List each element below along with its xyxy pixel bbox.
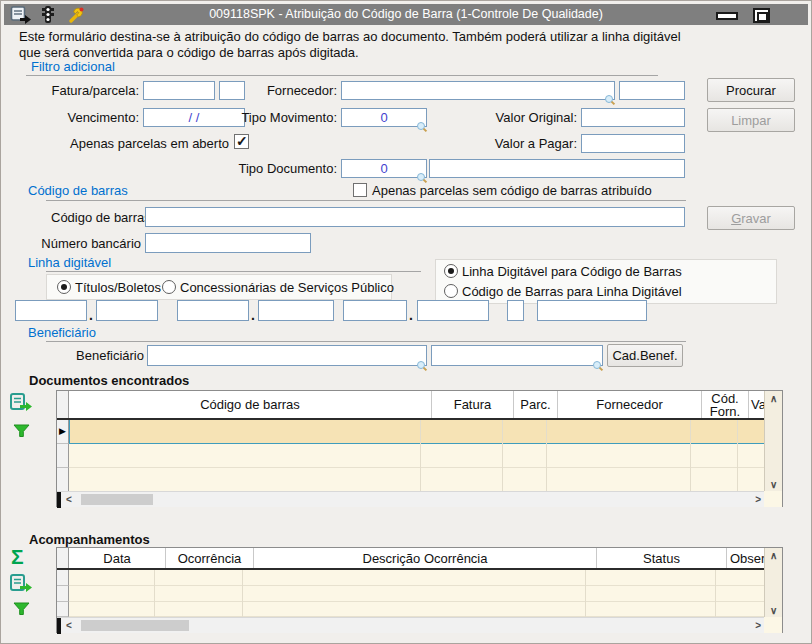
tipo-documento-desc-input[interactable] [429,159,685,178]
fatura-input-field[interactable] [144,82,214,99]
codigo-de-barras-input-field[interactable] [146,208,684,226]
col-descricao-ocorrencia[interactable]: Descrição Ocorrência [254,548,597,568]
scrollbar-corner [764,491,782,507]
limpar-button[interactable]: Limpar [707,108,795,132]
linha-digitavel-field-1[interactable] [15,300,87,321]
acompanhamentos-vertical-scrollbar[interactable]: ∧ ∨ [764,548,782,618]
procurar-button[interactable]: Procurar [707,78,795,102]
numero-bancario-input-field[interactable] [146,234,310,252]
sem-codigo-checkbox-label: Apenas parcelas sem código de barras atr… [372,183,652,198]
table-row[interactable] [57,602,766,617]
linha-digitavel-field-6[interactable] [417,300,489,321]
documentos-vertical-scrollbar[interactable]: ∧ ∨ [764,391,782,492]
tipo-movimento-input-field[interactable] [342,109,426,126]
col-codigo-de-barras[interactable]: Código de barras [69,391,432,418]
scrollbar-thumb[interactable] [81,620,189,631]
fornecedor-input[interactable] [341,81,615,100]
vencimento-input-field[interactable] [144,109,244,126]
filter-grid-icon[interactable] [13,602,30,620]
table-row[interactable] [57,444,766,468]
vencimento-input[interactable] [143,108,245,127]
scroll-right-icon[interactable]: > [755,494,761,505]
beneficiario-input[interactable] [147,345,427,366]
radio-linha-para-codigo[interactable] [444,264,458,278]
apenas-abertas-checkbox[interactable] [234,134,249,149]
cad-benef-button[interactable]: Cad.Benef. [607,344,683,367]
col-ocorrencia[interactable]: Ocorrência [166,548,254,568]
scroll-down-icon[interactable]: ∨ [770,479,777,490]
linha-digitavel-field-1-input[interactable] [16,301,86,320]
section-filtro-adicional: Filtro adicional [31,59,115,74]
gravar-button[interactable]: Gravar [707,206,795,230]
linha-digitavel-field-3-input[interactable] [178,301,248,320]
linha-digitavel-field-5[interactable] [343,300,407,321]
scroll-down-icon[interactable]: ∨ [770,605,777,616]
scroll-up-icon[interactable]: ∧ [770,393,777,404]
col-fornecedor[interactable]: Fornecedor [558,391,702,418]
col-fatura[interactable]: Fatura [432,391,514,418]
sem-codigo-checkbox[interactable] [353,183,367,197]
numero-bancario-input[interactable] [145,233,311,253]
lookup-icon[interactable] [605,95,613,103]
valor-pagar-input-field[interactable] [582,135,684,152]
lookup-icon[interactable] [417,361,425,369]
acompanhamentos-horizontal-scrollbar[interactable]: < > [57,617,766,633]
col-observacao-clipped[interactable]: Observ [727,548,766,568]
valor-original-input[interactable] [581,108,685,127]
maximize-button[interactable] [753,8,770,23]
tipo-documento-input[interactable] [341,159,427,178]
vencimento-label: Vencimento: [21,110,139,125]
col-parc[interactable]: Parc. [514,391,558,418]
scroll-up-icon[interactable]: ∧ [770,550,777,561]
col-cod-forn[interactable]: Cód. Forn. [702,391,749,418]
scrollbar-thumb[interactable] [81,494,153,505]
table-row[interactable] [57,468,766,492]
scroll-left-icon[interactable]: < [66,494,72,505]
fornecedor-code-input[interactable] [619,81,685,100]
linha-digitavel-field-7[interactable] [537,300,647,321]
linha-digitavel-field-2-input[interactable] [97,301,157,320]
radio-concessionarias[interactable] [162,280,176,294]
linha-digitavel-field-2[interactable] [96,300,158,321]
lookup-icon[interactable] [417,122,425,130]
codigo-de-barras-input[interactable] [145,207,685,227]
beneficiario-name-input-field[interactable] [432,346,602,365]
boleto-type-panel: Títulos/Boletos Concessionárias de Servi… [46,274,392,300]
scroll-left-icon[interactable]: < [66,620,72,631]
table-row[interactable] [57,586,766,602]
linha-digitavel-dv-field[interactable] [507,300,524,321]
export-grid-icon[interactable] [9,573,33,598]
radio-titulos-boletos[interactable] [57,280,71,294]
beneficiario-input-field[interactable] [148,346,426,365]
scroll-right-icon[interactable]: > [755,620,761,631]
tipo-movimento-input[interactable] [341,108,427,127]
lookup-icon[interactable] [593,361,601,369]
linha-digitavel-field-4[interactable] [258,300,334,321]
minimize-button[interactable] [716,12,738,20]
valor-pagar-input[interactable] [581,134,685,153]
linha-digitavel-field-6-input[interactable] [418,301,488,320]
col-status[interactable]: Status [597,548,727,568]
fatura-input[interactable] [143,81,215,100]
table-row[interactable] [57,570,766,586]
beneficiario-name-input[interactable] [431,345,603,366]
radio-codigo-para-linha[interactable] [444,284,458,298]
fornecedor-code-input-field[interactable] [620,82,684,99]
tipo-documento-desc-input-field[interactable] [430,160,684,177]
filter-grid-icon[interactable] [13,424,30,442]
documentos-horizontal-scrollbar[interactable]: < > [57,491,766,507]
tipo-documento-input-field[interactable] [342,160,426,177]
linha-digitavel-dv-field-input[interactable] [508,301,523,320]
linha-digitavel-field-4-input[interactable] [259,301,333,320]
linha-digitavel-field-5-input[interactable] [344,301,406,320]
table-row-selected[interactable]: ▶ [57,420,766,444]
fornecedor-input-field[interactable] [342,82,614,99]
export-grid-icon[interactable] [9,392,33,417]
linha-digitavel-field-3[interactable] [177,300,249,321]
col-data[interactable]: Data [69,548,166,568]
sum-icon[interactable]: Σ [11,547,24,567]
section-linha-digitavel: Linha digitável [28,255,111,270]
linha-digitavel-field-7-input[interactable] [538,301,646,320]
valor-original-input-field[interactable] [582,109,684,126]
lookup-icon[interactable] [417,173,425,181]
